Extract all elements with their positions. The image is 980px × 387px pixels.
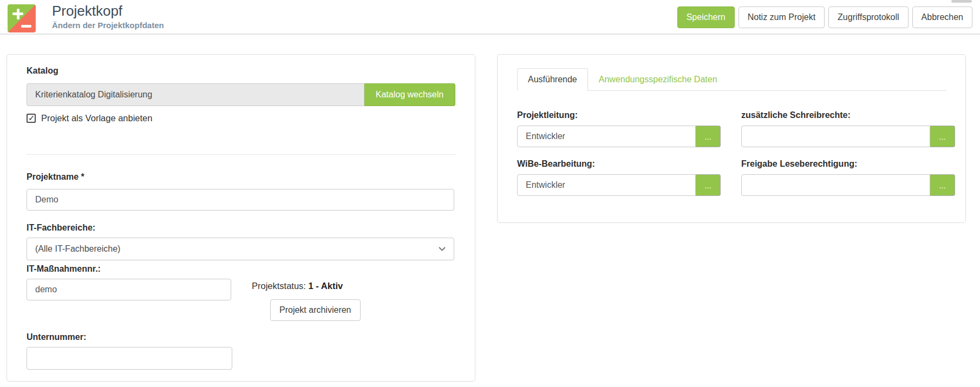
wibe-bearbeitung-label: WiBe-Bearbeitung: xyxy=(517,159,721,169)
schreibrechte-picker-button[interactable]: ... xyxy=(930,126,955,147)
wibe-bearbeitung-input[interactable] xyxy=(517,174,696,196)
app-logo-icon xyxy=(8,4,36,32)
cancel-button[interactable]: Abbrechen xyxy=(912,6,972,28)
project-data-panel: Katalog Katalog wechseln Projekt als Vor… xyxy=(6,54,475,382)
permissions-field-grid: Projektleitung: ... zusätzliche Schreibr… xyxy=(517,110,955,196)
projektstatus-label: Projektstatus: xyxy=(252,281,306,291)
it-fachbereiche-label: IT-Fachbereiche: xyxy=(27,222,95,233)
scrollbar-thumb[interactable] xyxy=(951,0,972,3)
projekt-archivieren-button[interactable]: Projekt archivieren xyxy=(270,299,361,321)
minus-icon xyxy=(21,25,31,28)
projektleitung-label: Projektleitung: xyxy=(517,110,721,120)
tab-ausfuehrende[interactable]: Ausführende xyxy=(517,68,588,91)
template-checkbox-label[interactable]: Projekt als Vorlage anbieten xyxy=(41,113,152,123)
projektstatus-line: Projektstatus: 1 - Aktiv xyxy=(252,281,343,291)
leseberechtigung-label: Freigabe Leseberechtigung: xyxy=(741,159,955,169)
it-massnahmennr-input[interactable] xyxy=(27,279,231,300)
projektname-input[interactable] xyxy=(27,189,454,211)
schreibrechte-label: zusätzliche Schreibrechte: xyxy=(741,110,955,120)
page-title: Projektkopf xyxy=(52,3,164,19)
save-button[interactable]: Speichern xyxy=(677,6,735,28)
chevron-down-icon xyxy=(439,247,446,251)
project-note-button[interactable]: Notiz zum Projekt xyxy=(739,6,825,28)
unternummer-input[interactable] xyxy=(27,347,232,370)
katalog-wechseln-button[interactable]: Katalog wechseln xyxy=(364,83,455,106)
projektname-label: Projektname * xyxy=(27,172,84,182)
katalog-input xyxy=(27,83,364,106)
section-divider xyxy=(27,154,456,155)
unternummer-label: Unternummer: xyxy=(27,332,86,343)
leseberechtigung-picker-button[interactable]: ... xyxy=(930,174,955,196)
tab-anwendungsspezifische-daten[interactable]: Anwendungsspezifische Daten xyxy=(588,68,728,90)
tabbar: Ausführende Anwendungsspezifische Daten xyxy=(517,68,947,91)
plus-icon xyxy=(17,9,19,19)
it-fachbereiche-selected-value: (Alle IT-Fachbereiche) xyxy=(35,244,120,254)
it-fachbereiche-select[interactable]: (Alle IT-Fachbereiche) xyxy=(27,238,454,260)
page-subtitle: Ändern der Projektkopfdaten xyxy=(52,21,164,30)
header: Projektkopf Ändern der Projektkopfdaten … xyxy=(0,0,980,35)
leseberechtigung-input[interactable] xyxy=(741,174,930,196)
projektleitung-input[interactable] xyxy=(517,126,696,147)
projektleitung-field: Projektleitung: ... xyxy=(517,110,721,147)
template-checkbox-checked[interactable] xyxy=(27,114,36,123)
katalog-input-group: Katalog wechseln xyxy=(27,83,455,106)
access-log-button[interactable]: Zugriffsprotokoll xyxy=(828,6,909,28)
it-massnahmennr-label: IT-Maßnahmennr.: xyxy=(27,264,101,274)
wibe-bearbeitung-picker-button[interactable]: ... xyxy=(696,174,721,196)
leseberechtigung-field: Freigabe Leseberechtigung: ... xyxy=(741,159,955,196)
wibe-bearbeitung-field: WiBe-Bearbeitung: ... xyxy=(517,159,721,196)
katalog-label: Katalog xyxy=(27,65,58,76)
schreibrechte-field: zusätzliche Schreibrechte: ... xyxy=(741,110,955,147)
permissions-panel: Ausführende Anwendungsspezifische Daten … xyxy=(497,54,966,223)
schreibrechte-input[interactable] xyxy=(741,126,930,147)
projektleitung-picker-button[interactable]: ... xyxy=(696,126,721,147)
header-buttons: Speichern Notiz zum Projekt Zugriffsprot… xyxy=(677,6,972,28)
projektstatus-value: 1 - Aktiv xyxy=(309,281,343,291)
template-checkbox-row: Projekt als Vorlage anbieten xyxy=(27,113,152,123)
